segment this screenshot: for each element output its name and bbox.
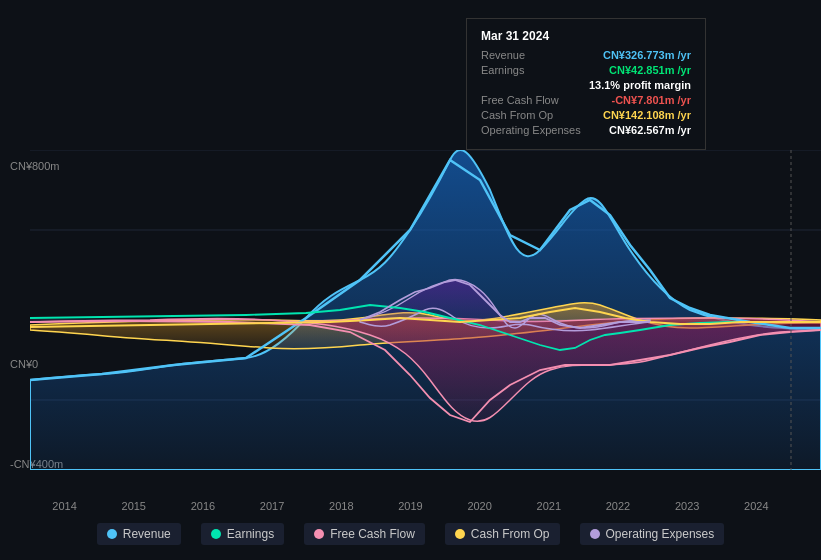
- x-label-2021: 2021: [537, 500, 561, 512]
- legend-fcf-label: Free Cash Flow: [330, 527, 415, 541]
- tooltip-opex-row: Operating Expenses CN¥62.567m /yr: [481, 124, 691, 136]
- tooltip-earnings-value: CN¥42.851m /yr: [609, 64, 691, 76]
- legend-cashop[interactable]: Cash From Op: [445, 523, 560, 545]
- tooltip-margin-value: 13.1% profit margin: [589, 79, 691, 91]
- x-axis-labels: 2014 2015 2016 2017 2018 2019 2020 2021 …: [0, 500, 821, 512]
- tooltip-cashop-label: Cash From Op: [481, 109, 553, 121]
- tooltip-date: Mar 31 2024: [481, 29, 691, 43]
- x-label-2023: 2023: [675, 500, 699, 512]
- tooltip-opex-value: CN¥62.567m /yr: [609, 124, 691, 136]
- tooltip-fcf-row: Free Cash Flow -CN¥7.801m /yr: [481, 94, 691, 106]
- tooltip-margin-row: 13.1% profit margin: [481, 79, 691, 91]
- tooltip-revenue-value: CN¥326.773m /yr: [603, 49, 691, 61]
- tooltip-fcf-label: Free Cash Flow: [481, 94, 559, 106]
- chart-svg: [30, 150, 821, 470]
- tooltip-earnings-row: Earnings CN¥42.851m /yr: [481, 64, 691, 76]
- x-label-2024: 2024: [744, 500, 768, 512]
- x-label-2015: 2015: [122, 500, 146, 512]
- x-label-2016: 2016: [191, 500, 215, 512]
- legend-revenue-dot: [107, 529, 117, 539]
- tooltip-opex-label: Operating Expenses: [481, 124, 581, 136]
- legend-cashop-label: Cash From Op: [471, 527, 550, 541]
- tooltip-revenue-label: Revenue: [481, 49, 525, 61]
- x-label-2019: 2019: [398, 500, 422, 512]
- legend-revenue-label: Revenue: [123, 527, 171, 541]
- legend-fcf-dot: [314, 529, 324, 539]
- legend-fcf[interactable]: Free Cash Flow: [304, 523, 425, 545]
- legend-opex-label: Operating Expenses: [606, 527, 715, 541]
- legend-earnings-dot: [211, 529, 221, 539]
- x-label-2018: 2018: [329, 500, 353, 512]
- x-label-2017: 2017: [260, 500, 284, 512]
- tooltip-earnings-label: Earnings: [481, 64, 524, 76]
- tooltip-cashop-value: CN¥142.108m /yr: [603, 109, 691, 121]
- tooltip-box: Mar 31 2024 Revenue CN¥326.773m /yr Earn…: [466, 18, 706, 150]
- x-label-2022: 2022: [606, 500, 630, 512]
- legend-cashop-dot: [455, 529, 465, 539]
- x-label-2014: 2014: [52, 500, 76, 512]
- legend-earnings[interactable]: Earnings: [201, 523, 284, 545]
- tooltip-fcf-value: -CN¥7.801m /yr: [612, 94, 692, 106]
- tooltip-cashop-row: Cash From Op CN¥142.108m /yr: [481, 109, 691, 121]
- legend-revenue[interactable]: Revenue: [97, 523, 181, 545]
- chart-legend: Revenue Earnings Free Cash Flow Cash Fro…: [0, 523, 821, 545]
- x-label-2020: 2020: [467, 500, 491, 512]
- legend-opex[interactable]: Operating Expenses: [580, 523, 725, 545]
- legend-opex-dot: [590, 529, 600, 539]
- legend-earnings-label: Earnings: [227, 527, 274, 541]
- chart-container: CN¥800m CN¥0 -CN¥400m: [0, 0, 821, 560]
- tooltip-revenue-row: Revenue CN¥326.773m /yr: [481, 49, 691, 61]
